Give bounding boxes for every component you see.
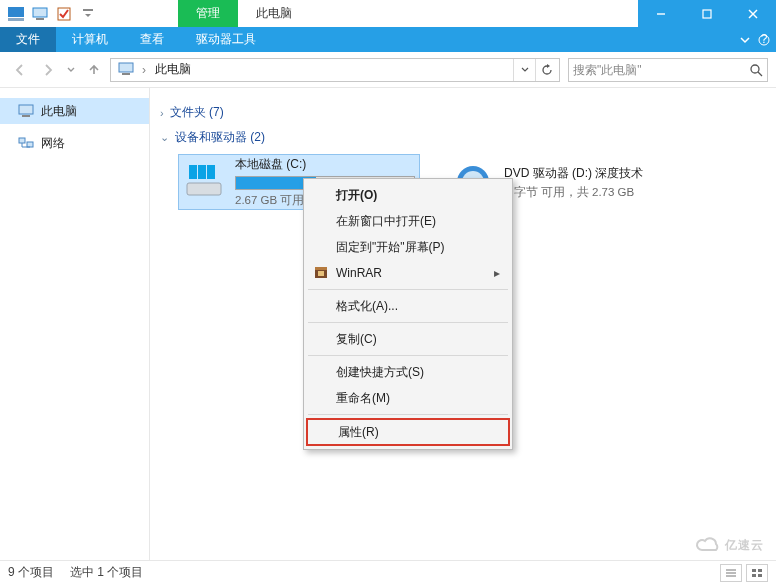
menu-open[interactable]: 打开(O)	[306, 182, 510, 208]
submenu-arrow-icon: ▸	[494, 266, 500, 280]
svg-rect-23	[189, 165, 197, 179]
view-details-button[interactable]	[720, 564, 742, 582]
svg-rect-30	[315, 267, 327, 270]
search-input[interactable]	[573, 63, 749, 77]
ribbon-expand-icon[interactable]	[740, 35, 750, 45]
menu-open-label: 打开(O)	[336, 187, 377, 204]
menu-create-shortcut[interactable]: 创建快捷方式(S)	[306, 359, 510, 385]
breadcrumb-sep-icon[interactable]: ›	[139, 63, 149, 77]
sidebar-item-network[interactable]: 网络	[0, 130, 149, 156]
drive-d-name: DVD 驱动器 (D:) 深度技术	[504, 165, 686, 182]
winrar-icon	[312, 264, 330, 282]
tab-drive-tools[interactable]: 驱动器工具	[180, 27, 272, 52]
menu-separator-3	[308, 355, 508, 356]
status-bar: 9 个项目 选中 1 个项目	[0, 560, 776, 584]
tab-this-pc-title: 此电脑	[238, 0, 310, 27]
menu-pin-start-label: 固定到"开始"屏幕(P)	[336, 239, 445, 256]
address-dropdown-icon[interactable]	[513, 59, 535, 81]
network-icon	[18, 136, 34, 150]
status-item-count: 9 个项目	[8, 564, 54, 581]
help-icon[interactable]: ?	[758, 34, 770, 46]
search-icon[interactable]	[749, 63, 763, 77]
svg-rect-13	[122, 73, 130, 75]
search-box[interactable]	[568, 58, 768, 82]
menu-copy[interactable]: 复制(C)	[306, 326, 510, 352]
tab-this-pc-label: 此电脑	[256, 5, 292, 22]
svg-rect-1	[8, 18, 24, 21]
menu-properties-label: 属性(R)	[338, 424, 379, 441]
menu-rename[interactable]: 重命名(M)	[306, 385, 510, 411]
this-pc-icon	[18, 104, 34, 118]
qat-pc-icon[interactable]	[28, 2, 52, 26]
chevron-right-icon: ›	[160, 107, 164, 119]
tab-computer-label: 计算机	[72, 31, 108, 48]
svg-rect-18	[19, 138, 25, 143]
sidebar-item-this-pc[interactable]: 此电脑	[0, 98, 149, 124]
tab-computer[interactable]: 计算机	[56, 27, 124, 52]
drive-d-sub: 0 字节 可用，共 2.73 GB	[504, 185, 686, 200]
svg-rect-5	[83, 9, 93, 11]
view-icons-button[interactable]	[746, 564, 768, 582]
qat-check-icon[interactable]	[52, 2, 76, 26]
address-refresh-icon[interactable]	[535, 59, 557, 81]
menu-format[interactable]: 格式化(A)...	[306, 293, 510, 319]
menu-copy-label: 复制(C)	[336, 331, 377, 348]
watermark-label: 亿速云	[725, 537, 764, 554]
svg-rect-38	[758, 574, 762, 577]
group-devices-label: 设备和驱动器 (2)	[175, 129, 265, 146]
watermark: 亿速云	[695, 536, 764, 554]
menu-rename-label: 重命名(M)	[336, 390, 390, 407]
svg-rect-37	[752, 574, 756, 577]
menu-winrar-label: WinRAR	[336, 266, 382, 280]
nav-recent-icon[interactable]	[64, 58, 78, 82]
svg-line-15	[758, 72, 762, 76]
svg-text:?: ?	[761, 34, 768, 46]
svg-rect-0	[8, 7, 24, 17]
nav-back-button[interactable]	[8, 58, 32, 82]
svg-rect-25	[207, 165, 215, 179]
nav-up-button[interactable]	[82, 58, 106, 82]
menu-separator-2	[308, 322, 508, 323]
tab-view[interactable]: 查看	[124, 27, 180, 52]
svg-rect-24	[198, 165, 206, 179]
window-controls	[638, 0, 776, 27]
ribbon-tabs: 文件 计算机 查看 驱动器工具 ?	[0, 27, 776, 52]
tab-file-label: 文件	[16, 31, 40, 48]
tab-drive-tools-label: 驱动器工具	[196, 31, 256, 48]
svg-rect-2	[33, 8, 47, 17]
sidebar-network-label: 网络	[41, 135, 65, 152]
svg-rect-35	[752, 569, 756, 572]
group-folders[interactable]: › 文件夹 (7)	[160, 104, 770, 121]
close-button[interactable]	[730, 0, 776, 27]
contextual-tabs: 管理 此电脑	[178, 0, 310, 27]
svg-rect-36	[758, 569, 762, 572]
context-menu: 打开(O) 在新窗口中打开(E) 固定到"开始"屏幕(P) WinRAR ▸ 格…	[303, 178, 513, 450]
tab-file[interactable]: 文件	[0, 27, 56, 52]
address-bar[interactable]: › 此电脑	[110, 58, 560, 82]
menu-open-new-window[interactable]: 在新窗口中打开(E)	[306, 208, 510, 234]
svg-rect-12	[119, 63, 133, 72]
quick-access-toolbar	[4, 0, 100, 27]
breadcrumb-this-pc[interactable]: 此电脑	[149, 61, 197, 78]
minimize-button[interactable]	[638, 0, 684, 27]
drive-c-name: 本地磁盘 (C:)	[235, 156, 415, 173]
svg-rect-17	[22, 115, 30, 117]
menu-separator-1	[308, 289, 508, 290]
maximize-button[interactable]	[684, 0, 730, 27]
explorer-icon	[4, 2, 28, 26]
menu-create-shortcut-label: 创建快捷方式(S)	[336, 364, 424, 381]
svg-rect-22	[187, 183, 221, 195]
menu-format-label: 格式化(A)...	[336, 298, 398, 315]
svg-rect-16	[19, 105, 33, 114]
nav-forward-button[interactable]	[36, 58, 60, 82]
svg-rect-3	[36, 18, 44, 20]
group-folders-label: 文件夹 (7)	[170, 104, 224, 121]
svg-rect-31	[318, 271, 324, 276]
group-devices[interactable]: ⌄ 设备和驱动器 (2)	[160, 129, 770, 146]
qat-overflow-icon[interactable]	[76, 2, 100, 26]
menu-properties[interactable]: 属性(R)	[306, 418, 510, 446]
tab-view-label: 查看	[140, 31, 164, 48]
menu-winrar[interactable]: WinRAR ▸	[306, 260, 510, 286]
tab-manage[interactable]: 管理	[178, 0, 238, 27]
menu-pin-start[interactable]: 固定到"开始"屏幕(P)	[306, 234, 510, 260]
